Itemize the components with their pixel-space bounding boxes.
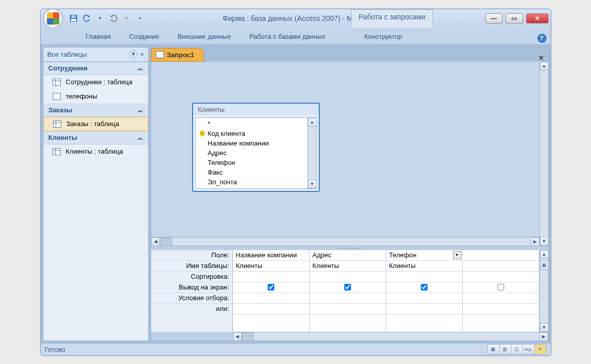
grid-cell[interactable] [386, 282, 462, 293]
grid-cell[interactable] [233, 272, 309, 282]
grid-row-label: Сортировка: [151, 272, 232, 282]
show-checkbox[interactable] [498, 284, 504, 290]
view-sql-button[interactable]: SQL [523, 344, 535, 354]
redo-icon[interactable] [109, 14, 117, 22]
field-list-item[interactable]: Адрес [199, 148, 304, 158]
nav-item[interactable]: Сотрудники : таблица [43, 75, 148, 89]
ribbon-tab-external[interactable]: Внешние данные [169, 30, 241, 43]
grid-cell[interactable] [233, 293, 309, 304]
scroll-right-icon[interactable]: ▶ [539, 332, 548, 341]
grid-cell[interactable] [463, 272, 539, 282]
grid-cell[interactable] [463, 282, 539, 293]
window-controls: — ▭ ✕ [485, 13, 549, 23]
show-checkbox[interactable] [421, 284, 428, 290]
field-list-item[interactable]: Эл_почта [199, 177, 304, 187]
grid-row-label: или: [151, 304, 232, 314]
chevron-down-icon[interactable]: ▼ [130, 51, 137, 58]
scroll-down-icon[interactable]: ▼ [308, 180, 317, 188]
nav-group-header[interactable]: Заказы︽ [43, 104, 148, 117]
ribbon-tab-design[interactable]: Конструктор [355, 30, 411, 43]
field-list-item[interactable]: Название компании [199, 138, 304, 148]
ribbon-tab-dbtools[interactable]: Работа с базами данных [240, 30, 335, 43]
maximize-button[interactable]: ▭ [506, 13, 523, 23]
scroll-down-icon[interactable]: ▼ [540, 237, 548, 246]
scroll-right-icon[interactable]: ▶ [531, 237, 539, 246]
undo-icon[interactable] [83, 14, 91, 22]
close-document-icon[interactable]: ✕ [534, 54, 548, 62]
save-icon[interactable] [69, 14, 78, 22]
nav-item-label: Сотрудники : таблица [66, 78, 133, 86]
nav-pane-header[interactable]: Все таблицы ▼ « [43, 47, 148, 62]
design-vertical-scrollbar[interactable]: ▲ ▼ [539, 62, 548, 246]
view-pivotchart-button[interactable]: ◫ [511, 344, 523, 354]
grid-cell[interactable] [310, 304, 386, 314]
scroll-up-icon[interactable]: ▲ [540, 250, 549, 259]
show-checkbox[interactable] [344, 284, 351, 290]
grid-cell[interactable]: Название компании [233, 250, 309, 261]
show-checkbox[interactable] [268, 284, 274, 290]
document-tab-query1[interactable]: Запрос1 [151, 48, 204, 62]
scroll-up-icon[interactable]: ▲ [540, 62, 548, 70]
grid-cell[interactable] [386, 293, 462, 304]
query-design-surface[interactable]: Клиенты *Код клиентаНазвание компанииАдр… [151, 62, 548, 246]
office-button[interactable] [43, 9, 63, 29]
grid-horizontal-scrollbar[interactable]: ◀ ▶ [233, 332, 548, 341]
context-tab-query-tools[interactable]: Работа с запросами [351, 9, 433, 28]
grid-cell[interactable]: Клиенты [233, 261, 309, 272]
nav-group-header[interactable]: Сотрудники︽ [43, 62, 148, 75]
view-design-button[interactable]: ✎ [534, 344, 547, 354]
view-pivottable-button[interactable]: ▥ [499, 344, 511, 354]
close-button[interactable]: ✕ [526, 13, 549, 23]
scroll-left-icon[interactable]: ◀ [233, 332, 242, 341]
grid-cell[interactable]: Клиенты [310, 261, 386, 272]
scroll-up-icon[interactable]: ▲ [308, 118, 317, 127]
chevron-up-icon[interactable]: ︽ [138, 134, 143, 141]
design-horizontal-scrollbar[interactable]: ◀ ▶ [151, 237, 539, 246]
grid-column: АдресКлиенты [310, 250, 386, 332]
collapse-pane-icon[interactable]: « [140, 51, 144, 58]
grid-cell[interactable] [463, 261, 539, 272]
scroll-left-icon[interactable]: ◀ [151, 237, 160, 246]
grid-cell[interactable] [310, 272, 386, 282]
chevron-up-icon[interactable]: ︽ [138, 107, 143, 114]
view-datasheet-button[interactable]: ▦ [487, 344, 500, 354]
scroll-thumb[interactable] [160, 237, 172, 246]
qat-customize-icon[interactable]: ▾ [136, 14, 144, 22]
grid-cell[interactable] [386, 272, 462, 282]
nav-item[interactable]: Заказы : таблица [43, 117, 148, 131]
grid-cell[interactable] [310, 293, 386, 304]
ribbon-tab-home[interactable]: Главная [77, 30, 120, 43]
nav-item[interactable]: Клиенты : таблица [43, 144, 148, 159]
scroll-down-icon[interactable]: ▼ [540, 323, 549, 332]
grid-vertical-scrollbar[interactable]: ▲ ▦ ▼ [539, 250, 548, 332]
grid-cell[interactable] [310, 282, 386, 293]
help-icon[interactable]: ? [537, 34, 547, 43]
grid-cell[interactable]: Адрес [310, 250, 386, 261]
field-list-item[interactable]: Телефон [199, 158, 304, 167]
grid-cell[interactable]: Телефон▼ [386, 250, 462, 261]
grid-cell[interactable] [233, 304, 309, 314]
grid-cell[interactable] [463, 304, 539, 314]
scroll-thumb[interactable] [242, 332, 254, 341]
pane-splitter[interactable]: •••••••••• [151, 246, 548, 250]
field-list-item[interactable]: Код клиента [199, 129, 304, 138]
grid-cell[interactable] [463, 293, 539, 304]
field-list-item[interactable]: Факс [199, 167, 304, 177]
dropdown-icon[interactable]: ▼ [123, 14, 131, 22]
grid-cell[interactable]: Клиенты [386, 261, 462, 272]
grid-options-icon[interactable]: ▦ [540, 261, 549, 270]
dropdown-icon[interactable]: ▼ [96, 14, 104, 22]
nav-item[interactable]: телефоны [43, 89, 148, 104]
field-list-item[interactable]: * [199, 119, 304, 129]
grid-cell[interactable] [463, 250, 539, 261]
cell-dropdown-icon[interactable]: ▼ [453, 251, 461, 259]
svg-rect-2 [72, 15, 76, 18]
minimize-button[interactable]: — [485, 13, 503, 23]
field-list-clients[interactable]: Клиенты *Код клиентаНазвание компанииАдр… [192, 103, 320, 192]
grid-cell[interactable] [233, 282, 309, 293]
ribbon-tab-create[interactable]: Создание [120, 30, 169, 43]
nav-group-header[interactable]: Клиенты︽ [43, 131, 148, 144]
field-list-scrollbar[interactable]: ▲ ▼ [308, 118, 316, 188]
chevron-up-icon[interactable]: ︽ [138, 65, 143, 72]
grid-cell[interactable] [386, 304, 462, 314]
